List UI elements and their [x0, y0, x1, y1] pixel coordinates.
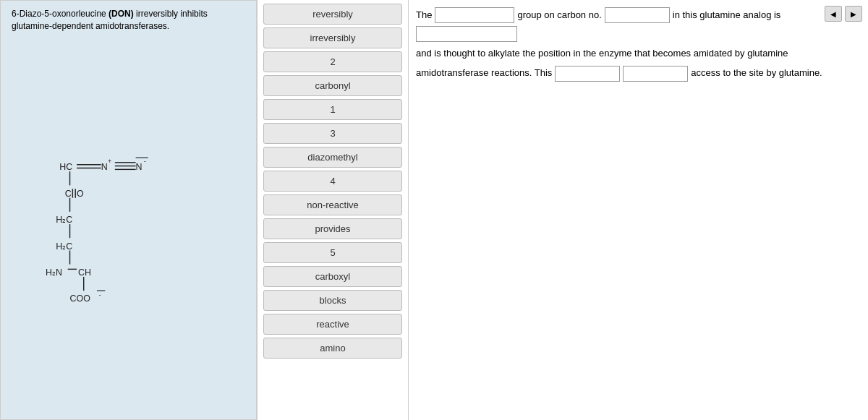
- btn-irreversibly[interactable]: irreversibly: [263, 27, 402, 48]
- btn-4[interactable]: 4: [263, 171, 402, 192]
- btn-carboxyl[interactable]: carboxyl: [263, 266, 402, 287]
- atom-h2c-1: H₂C: [56, 215, 72, 225]
- text-line2: and is thought to alkylate the position …: [416, 46, 788, 61]
- atom-o: O: [77, 189, 84, 199]
- atom-hc: HC: [59, 163, 72, 173]
- atom-c-carbonyl: C: [64, 189, 71, 199]
- text-access: access to the site by glutamine.: [691, 66, 822, 81]
- charge-plus: +: [108, 158, 111, 165]
- atom-coo: COO: [69, 294, 90, 304]
- blank-carbon-number[interactable]: [605, 7, 670, 23]
- molecule-container: HC N + N - C O: [12, 40, 245, 412]
- molecule-diagram: HC N + N - C O: [35, 142, 223, 309]
- atom-n-plus: N: [101, 163, 107, 173]
- btn-provides[interactable]: provides: [263, 218, 402, 239]
- atom-h2n: H₂N: [46, 267, 62, 278]
- answer-buttons-panel: reversibly irreversibly 2 carbonyl 1 3 d…: [257, 0, 409, 420]
- btn-reactive[interactable]: reactive: [263, 314, 402, 335]
- charge-minus: -: [144, 158, 146, 165]
- btn-5[interactable]: 5: [263, 242, 402, 263]
- btn-2[interactable]: 2: [263, 51, 402, 72]
- molecule-description: 6-Diazo-5-oxonorleucine (DON) irreversib…: [12, 8, 245, 33]
- charge-coo-minus: -: [98, 291, 101, 299]
- btn-non-reactive[interactable]: non-reactive: [263, 194, 402, 215]
- sentence-line-2: and is thought to alkylate the position …: [416, 46, 861, 61]
- btn-diazomethyl[interactable]: diazomethyl: [263, 147, 402, 168]
- blank-this-1[interactable]: [555, 66, 620, 82]
- text-the: The: [416, 8, 432, 23]
- btn-carbonyl[interactable]: carbonyl: [263, 75, 402, 96]
- atom-ch: CH: [78, 267, 91, 278]
- blank-this-2[interactable]: [623, 66, 688, 82]
- sentence-line-1: The group on carbon no. in this glutamin…: [416, 7, 861, 42]
- blank-group-name[interactable]: [435, 7, 514, 23]
- btn-3[interactable]: 3: [263, 123, 402, 144]
- next-button[interactable]: ▶: [845, 6, 862, 22]
- left-panel: 6-Diazo-5-oxonorleucine (DON) irreversib…: [0, 0, 257, 420]
- description-text: 6-Diazo-5-oxonorleucine (DON) irreversib…: [12, 9, 208, 31]
- sentence-line-3: amidotransferase reactions. This access …: [416, 66, 861, 82]
- btn-amino[interactable]: amino: [263, 338, 402, 359]
- blank-analog-property[interactable]: [416, 26, 517, 42]
- text-amido: amidotransferase reactions. This: [416, 66, 552, 81]
- don-label: (DON): [109, 9, 134, 19]
- atom-h2c-2: H₂C: [56, 241, 72, 252]
- atom-n-minus: N: [135, 163, 142, 173]
- text-in-this-glutamine: in this glutamine analog is: [673, 8, 781, 23]
- prev-button[interactable]: ◀: [825, 6, 842, 22]
- right-panel: ◀ ▶ The group on carbon no. in this glut…: [409, 0, 868, 420]
- btn-1[interactable]: 1: [263, 99, 402, 120]
- btn-blocks[interactable]: blocks: [263, 290, 402, 311]
- btn-reversibly[interactable]: reversibly: [263, 4, 402, 25]
- nav-buttons: ◀ ▶: [825, 6, 862, 22]
- text-group-on-carbon: group on carbon no.: [517, 8, 601, 23]
